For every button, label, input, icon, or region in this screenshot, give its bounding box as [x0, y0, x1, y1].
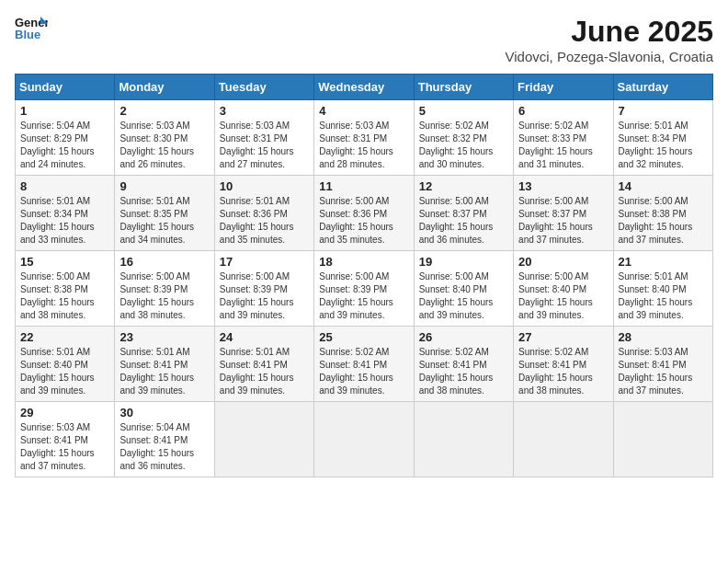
calendar-cell: 22Sunrise: 5:01 AM Sunset: 8:40 PM Dayli…: [16, 327, 115, 402]
day-info: Sunrise: 5:04 AM Sunset: 8:41 PM Dayligh…: [119, 421, 209, 473]
day-info: Sunrise: 5:03 AM Sunset: 8:31 PM Dayligh…: [220, 120, 309, 171]
calendar-cell: 13Sunrise: 5:00 AM Sunset: 8:37 PM Dayli…: [514, 176, 613, 251]
day-number: 14: [619, 179, 708, 193]
day-number: 23: [119, 330, 209, 344]
calendar-cell: 8Sunrise: 5:01 AM Sunset: 8:34 PM Daylig…: [16, 176, 115, 251]
day-info: Sunrise: 5:00 AM Sunset: 8:39 PM Dayligh…: [119, 270, 209, 322]
calendar-cell: 25Sunrise: 5:02 AM Sunset: 8:41 PM Dayli…: [314, 327, 414, 402]
day-info: Sunrise: 5:03 AM Sunset: 8:41 PM Dayligh…: [619, 346, 708, 397]
calendar-week-row: 29Sunrise: 5:03 AM Sunset: 8:41 PM Dayli…: [16, 402, 713, 477]
day-info: Sunrise: 5:02 AM Sunset: 8:32 PM Dayligh…: [419, 120, 508, 171]
day-info: Sunrise: 5:02 AM Sunset: 8:41 PM Dayligh…: [319, 346, 408, 397]
day-info: Sunrise: 5:00 AM Sunset: 8:39 PM Dayligh…: [220, 270, 309, 322]
calendar-cell: 12Sunrise: 5:00 AM Sunset: 8:37 PM Dayli…: [414, 176, 513, 251]
day-number: 16: [119, 255, 209, 269]
calendar-cell: [613, 402, 712, 477]
calendar-cell: [314, 402, 414, 477]
day-number: 4: [319, 104, 408, 118]
day-info: Sunrise: 5:00 AM Sunset: 8:38 PM Dayligh…: [619, 195, 708, 247]
calendar-cell: 30Sunrise: 5:04 AM Sunset: 8:41 PM Dayli…: [115, 402, 214, 477]
calendar-subtitle: Vidovci, Pozega-Slavonia, Croatia: [505, 49, 713, 64]
calendar-week-row: 15Sunrise: 5:00 AM Sunset: 8:38 PM Dayli…: [16, 251, 713, 327]
calendar-title: June 2025: [505, 15, 713, 49]
day-info: Sunrise: 5:02 AM Sunset: 8:33 PM Dayligh…: [518, 120, 608, 171]
day-number: 21: [619, 255, 708, 269]
day-number: 7: [619, 104, 708, 118]
calendar-week-row: 8Sunrise: 5:01 AM Sunset: 8:34 PM Daylig…: [16, 176, 713, 251]
day-info: Sunrise: 5:00 AM Sunset: 8:37 PM Dayligh…: [419, 195, 508, 247]
calendar-cell: [514, 402, 613, 477]
calendar-cell: 15Sunrise: 5:00 AM Sunset: 8:38 PM Dayli…: [16, 251, 115, 327]
day-info: Sunrise: 5:01 AM Sunset: 8:41 PM Dayligh…: [220, 346, 309, 397]
day-number: 27: [518, 330, 608, 344]
day-number: 5: [419, 104, 508, 118]
day-info: Sunrise: 5:01 AM Sunset: 8:40 PM Dayligh…: [619, 270, 708, 322]
day-info: Sunrise: 5:01 AM Sunset: 8:35 PM Dayligh…: [119, 195, 209, 247]
calendar-cell: 18Sunrise: 5:00 AM Sunset: 8:39 PM Dayli…: [314, 251, 414, 327]
calendar-cell: 14Sunrise: 5:00 AM Sunset: 8:38 PM Dayli…: [613, 176, 712, 251]
day-info: Sunrise: 5:00 AM Sunset: 8:40 PM Dayligh…: [518, 270, 608, 322]
calendar-cell: 1Sunrise: 5:04 AM Sunset: 8:29 PM Daylig…: [16, 100, 115, 176]
calendar-cell: [214, 402, 313, 477]
day-info: Sunrise: 5:00 AM Sunset: 8:39 PM Dayligh…: [319, 270, 408, 322]
calendar-cell: 26Sunrise: 5:02 AM Sunset: 8:41 PM Dayli…: [414, 327, 513, 402]
day-info: Sunrise: 5:02 AM Sunset: 8:41 PM Dayligh…: [518, 346, 608, 397]
day-number: 3: [220, 104, 309, 118]
day-number: 2: [119, 104, 209, 118]
day-number: 20: [518, 255, 608, 269]
calendar-week-row: 22Sunrise: 5:01 AM Sunset: 8:40 PM Dayli…: [16, 327, 713, 402]
day-info: Sunrise: 5:00 AM Sunset: 8:37 PM Dayligh…: [518, 195, 608, 247]
weekday-header-friday: Friday: [514, 75, 613, 100]
weekday-header-tuesday: Tuesday: [214, 75, 313, 100]
day-number: 18: [319, 255, 408, 269]
calendar-cell: 6Sunrise: 5:02 AM Sunset: 8:33 PM Daylig…: [514, 100, 613, 176]
calendar-cell: 20Sunrise: 5:00 AM Sunset: 8:40 PM Dayli…: [514, 251, 613, 327]
header: General Blue June 2025 Vidovci, Pozega-S…: [15, 15, 713, 64]
svg-text:Blue: Blue: [15, 28, 40, 40]
day-number: 9: [119, 179, 209, 193]
day-info: Sunrise: 5:01 AM Sunset: 8:34 PM Dayligh…: [20, 195, 109, 247]
calendar-cell: 21Sunrise: 5:01 AM Sunset: 8:40 PM Dayli…: [613, 251, 712, 327]
day-number: 6: [518, 104, 608, 118]
day-info: Sunrise: 5:03 AM Sunset: 8:41 PM Dayligh…: [20, 421, 109, 473]
day-info: Sunrise: 5:01 AM Sunset: 8:36 PM Dayligh…: [220, 195, 309, 247]
calendar-cell: 7Sunrise: 5:01 AM Sunset: 8:34 PM Daylig…: [613, 100, 712, 176]
calendar-cell: 4Sunrise: 5:03 AM Sunset: 8:31 PM Daylig…: [314, 100, 414, 176]
logo: General Blue: [15, 15, 48, 40]
day-info: Sunrise: 5:01 AM Sunset: 8:40 PM Dayligh…: [20, 346, 109, 397]
day-info: Sunrise: 5:01 AM Sunset: 8:34 PM Dayligh…: [619, 120, 708, 171]
calendar-cell: 17Sunrise: 5:00 AM Sunset: 8:39 PM Dayli…: [214, 251, 313, 327]
title-area: June 2025 Vidovci, Pozega-Slavonia, Croa…: [505, 15, 713, 64]
calendar-cell: 9Sunrise: 5:01 AM Sunset: 8:35 PM Daylig…: [115, 176, 214, 251]
calendar-header-row: SundayMondayTuesdayWednesdayThursdayFrid…: [16, 75, 713, 100]
calendar-cell: 2Sunrise: 5:03 AM Sunset: 8:30 PM Daylig…: [115, 100, 214, 176]
calendar-cell: 16Sunrise: 5:00 AM Sunset: 8:39 PM Dayli…: [115, 251, 214, 327]
calendar-cell: [414, 402, 513, 477]
day-info: Sunrise: 5:01 AM Sunset: 8:41 PM Dayligh…: [119, 346, 209, 397]
day-number: 8: [20, 179, 109, 193]
day-number: 29: [20, 406, 109, 419]
calendar-cell: 23Sunrise: 5:01 AM Sunset: 8:41 PM Dayli…: [115, 327, 214, 402]
day-number: 13: [518, 179, 608, 193]
calendar-cell: 5Sunrise: 5:02 AM Sunset: 8:32 PM Daylig…: [414, 100, 513, 176]
day-number: 30: [119, 406, 209, 419]
day-number: 17: [220, 255, 309, 269]
weekday-header-saturday: Saturday: [613, 75, 712, 100]
day-info: Sunrise: 5:02 AM Sunset: 8:41 PM Dayligh…: [419, 346, 508, 397]
day-number: 12: [419, 179, 508, 193]
day-info: Sunrise: 5:00 AM Sunset: 8:36 PM Dayligh…: [319, 195, 408, 247]
day-number: 25: [319, 330, 408, 344]
logo-icon: General Blue: [15, 15, 48, 40]
calendar-cell: 3Sunrise: 5:03 AM Sunset: 8:31 PM Daylig…: [214, 100, 313, 176]
day-number: 11: [319, 179, 408, 193]
day-info: Sunrise: 5:04 AM Sunset: 8:29 PM Dayligh…: [20, 120, 109, 171]
day-number: 26: [419, 330, 508, 344]
weekday-header-wednesday: Wednesday: [314, 75, 414, 100]
weekday-header-monday: Monday: [115, 75, 214, 100]
day-info: Sunrise: 5:00 AM Sunset: 8:40 PM Dayligh…: [419, 270, 508, 322]
day-number: 10: [220, 179, 309, 193]
calendar-cell: 24Sunrise: 5:01 AM Sunset: 8:41 PM Dayli…: [214, 327, 313, 402]
day-number: 24: [220, 330, 309, 344]
day-number: 22: [20, 330, 109, 344]
calendar-cell: 28Sunrise: 5:03 AM Sunset: 8:41 PM Dayli…: [613, 327, 712, 402]
